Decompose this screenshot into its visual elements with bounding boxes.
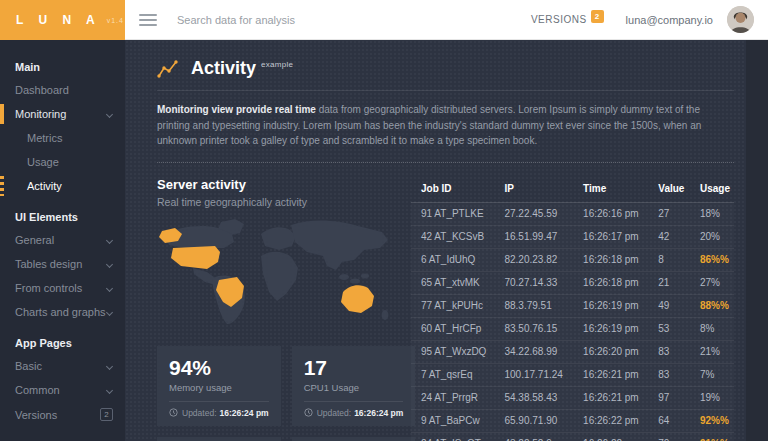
cell-job-id: 7 AT_qsrEq [411, 363, 494, 386]
cell-usage: 86%% [690, 248, 734, 271]
clock-icon [304, 408, 313, 417]
dashboard-columns: Server activity Real time geographically… [157, 177, 734, 441]
cell-time: 16:26:18 pm [573, 271, 648, 294]
cell-value: 70 [648, 432, 690, 441]
cell-job-id: 9 AT_BaPCw [411, 409, 494, 432]
cell-job-id: 91 AT_PTLKE [411, 202, 494, 225]
cell-ip: 100.17.71.24 [494, 363, 573, 386]
sidebar-item-label: From controls [15, 282, 107, 294]
cell-usage: 8% [690, 317, 734, 340]
page-title-row: Activityexample [157, 58, 734, 79]
cell-job-id: 77 AT_kPUHc [411, 294, 494, 317]
cell-ip: 65.90.71.90 [494, 409, 573, 432]
table-row: 6 AT_IdUhQ82.20.23.8216:26:18 pm886%% [411, 248, 734, 271]
versions-label: VERSIONS [531, 14, 587, 25]
sidebar-item-charts-and-graphs[interactable]: Charts and graphs [0, 300, 125, 324]
logo[interactable]: L U N A v1.4 [0, 0, 125, 40]
sidebar-item-tables-design[interactable]: Tables design [0, 252, 125, 276]
cell-value: 83 [648, 340, 690, 363]
cell-usage: 7% [690, 363, 734, 386]
table-row: 24 AT_ISuQT43.22.52.916:26:22 pm7091%% [411, 432, 734, 441]
cell-ip: 27.22.45.59 [494, 202, 573, 225]
world-map[interactable] [157, 218, 395, 334]
sidebar-item-label: UI Elements [15, 211, 115, 223]
table-header-row: Job IDIPTimeValueUsage [411, 177, 734, 203]
sidebar-item-activity[interactable]: Activity [0, 174, 125, 198]
sidebar-item-label: Basic [15, 360, 107, 372]
sidebar-item-dashboard[interactable]: Dashboard [0, 78, 125, 102]
description-lead: Monitoring view provide real time [157, 104, 316, 115]
cell-value: 27 [648, 202, 690, 225]
sidebar-item-label: Metrics [27, 132, 115, 144]
table-row: 60 AT_HrCFp83.50.76.1516:26:19 pm538% [411, 317, 734, 340]
sidebar-item-from-controls[interactable]: From controls [0, 276, 125, 300]
cell-job-id: 60 AT_HrCFp [411, 317, 494, 340]
chevron-down-icon [106, 386, 113, 393]
menu-toggle-icon[interactable] [139, 11, 157, 29]
cell-job-id: 42 AT_KCSvB [411, 225, 494, 248]
server-activity-panel: Server activity Real time geographically… [157, 177, 395, 441]
stat-card: 17CPU1 UsageUpdated:16:26:24 pm [292, 346, 416, 426]
user-email[interactable]: luna@company.io [626, 14, 713, 26]
sidebar-item-usage[interactable]: Usage [0, 150, 125, 174]
sidebar-item-monitoring[interactable]: Monitoring [0, 102, 125, 126]
table-row: 7 AT_qsrEq100.17.71.2416:26:21 pm837% [411, 363, 734, 386]
jobs-table-panel: Job IDIPTimeValueUsage 91 AT_PTLKE27.22.… [411, 177, 734, 441]
table-row: 24 AT_PrrgR54.38.58.4316:26:21 pm9719% [411, 386, 734, 409]
sidebar-item-general[interactable]: General [0, 228, 125, 252]
cell-usage: 21% [690, 340, 734, 363]
sidebar-item-label: Versions [15, 409, 100, 421]
search-input[interactable] [177, 14, 397, 26]
top-header: L U N A v1.4 VERSIONS 2 luna@company.io [0, 0, 768, 40]
cell-value: 83 [648, 363, 690, 386]
cell-job-id: 65 AT_xtvMK [411, 271, 494, 294]
table-row: 9 AT_BaPCw65.90.71.9016:26:22 pm6492%% [411, 409, 734, 432]
cell-time: 16:26:21 pm [573, 363, 648, 386]
stat-label: Memory usage [169, 382, 269, 393]
table-row: 77 AT_kPUHc88.3.79.5116:26:19 pm4988%% [411, 294, 734, 317]
cell-time: 16:26:21 pm [573, 386, 648, 409]
cell-job-id: 24 AT_ISuQT [411, 432, 494, 441]
chevron-down-icon [106, 260, 113, 267]
column-header-value: Value [648, 177, 690, 203]
cell-ip: 54.38.58.43 [494, 386, 573, 409]
sidebar-item-versions[interactable]: Versions2 [0, 402, 125, 427]
updated-time: 16:26:24 pm [354, 408, 403, 418]
sidebar-item-label: General [15, 234, 107, 246]
chevron-down-icon [106, 110, 113, 117]
section-divider [157, 162, 734, 163]
cell-value: 8 [648, 248, 690, 271]
main-content: Activityexample Monitoring view provide … [125, 40, 768, 441]
world-map-svg [157, 218, 395, 330]
cell-usage: 18% [690, 202, 734, 225]
logo-version: v1.4 [107, 17, 124, 24]
cell-usage: 19% [690, 386, 734, 409]
cell-ip: 43.22.52.9 [494, 432, 573, 441]
stat-card: 94%Memory usageUpdated:16:26:24 pm [157, 346, 281, 426]
updated-label: Updated: [182, 408, 217, 418]
page-description: Monitoring view provide real time data f… [157, 102, 734, 149]
stat-cards: 94%Memory usageUpdated:16:26:24 pm17CPU1… [157, 346, 395, 441]
table-row: 65 AT_xtvMK70.27.14.3316:26:18 pm2127% [411, 271, 734, 294]
cell-value: 64 [648, 409, 690, 432]
sidebar-item-basic[interactable]: Basic [0, 354, 125, 378]
sidebar-item-label: Tables design [15, 258, 107, 270]
cell-usage: 88%% [690, 294, 734, 317]
cell-time: 16:26:19 pm [573, 294, 648, 317]
avatar[interactable] [727, 6, 754, 33]
sidebar-item-label: Dashboard [15, 84, 115, 96]
cell-time: 16:26:16 pm [573, 202, 648, 225]
sidebar-item-label: App Pages [15, 337, 115, 349]
table-row: 42 AT_KCSvB16.51.99.4716:26:17 pm4220% [411, 225, 734, 248]
stat-card: 54CPU3 UsageUpdated:16:26:24 pm [292, 437, 416, 441]
cell-time: 16:26:22 pm [573, 432, 648, 441]
cell-time: 16:26:18 pm [573, 248, 648, 271]
cell-ip: 34.22.68.99 [494, 340, 573, 363]
clock-icon [169, 408, 178, 417]
chevron-down-icon [106, 284, 113, 291]
sidebar-item-common[interactable]: Common [0, 378, 125, 402]
versions-menu[interactable]: VERSIONS 2 [531, 14, 604, 25]
server-activity-subtitle: Real time geographically activity [157, 196, 395, 208]
cell-ip: 82.20.23.82 [494, 248, 573, 271]
sidebar-item-metrics[interactable]: Metrics [0, 126, 125, 150]
